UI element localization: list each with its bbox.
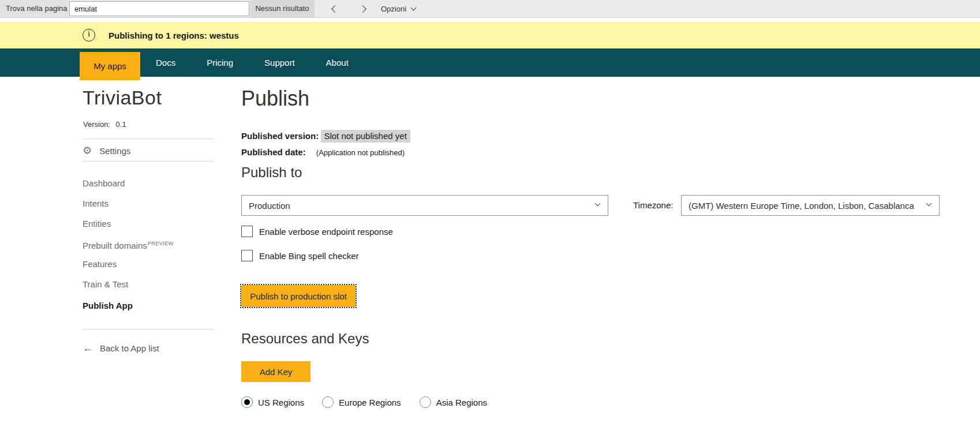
- publish-to-production-button[interactable]: Publish to production slot: [241, 285, 356, 307]
- sidebar-item-features[interactable]: Features: [83, 254, 214, 274]
- sidebar-item-prebuilt-domains[interactable]: Prebuilt domainsPREVIEW: [83, 234, 214, 254]
- page-title: Publish: [241, 87, 309, 111]
- nav-tab-support[interactable]: Support: [249, 48, 311, 77]
- us-regions-label: US Regions: [258, 398, 304, 407]
- slot-select-value: Production: [249, 201, 290, 211]
- verbose-endpoint-label: Enable verbose endpoint response: [259, 227, 393, 237]
- chevron-down-icon: [595, 201, 601, 207]
- asia-regions-label: Asia Regions: [436, 398, 487, 407]
- top-nav: My apps Docs Pricing Support About: [0, 48, 980, 77]
- chevron-down-icon: [411, 5, 417, 11]
- radio-unselected-icon[interactable]: [322, 396, 334, 408]
- find-options-button[interactable]: Opzioni: [375, 0, 421, 17]
- find-bar-label: Trova nella pagina: [0, 0, 69, 17]
- resources-keys-heading: Resources and Keys: [241, 331, 369, 347]
- timezone-label: Timezone:: [633, 195, 673, 216]
- published-version-value: Slot not published yet: [321, 130, 410, 143]
- find-status-badge: Nessun risultato: [250, 0, 315, 17]
- version-value: 0.1: [116, 120, 126, 129]
- bing-spell-checkbox[interactable]: [241, 250, 253, 261]
- chevron-down-icon: [926, 201, 932, 207]
- chevron-left-icon: [331, 5, 339, 13]
- chevron-right-icon: [359, 5, 366, 13]
- prebuilt-domains-label: Prebuilt domains: [83, 241, 147, 250]
- radio-us-regions[interactable]: US Regions: [241, 396, 304, 408]
- radio-europe-regions[interactable]: Europe Regions: [322, 396, 401, 408]
- settings-label: Settings: [99, 146, 130, 156]
- published-version-label: Published version:: [241, 131, 319, 141]
- nav-tab-my-apps[interactable]: My apps: [80, 52, 140, 80]
- version-label: Version:: [83, 120, 110, 129]
- timezone-select[interactable]: (GMT) Western Europe Time, London, Lisbo…: [681, 195, 940, 216]
- publish-to-heading: Publish to: [241, 164, 302, 181]
- sidebar-item-settings[interactable]: Settings: [83, 143, 130, 159]
- find-options-label: Opzioni: [381, 5, 406, 13]
- divider: [83, 329, 214, 329]
- sidebar-item-entities[interactable]: Entities: [83, 214, 214, 234]
- radio-selected-icon[interactable]: [241, 396, 253, 408]
- verbose-endpoint-checkbox-row[interactable]: Enable verbose endpoint response: [241, 226, 393, 237]
- published-date-label: Published date:: [241, 147, 306, 157]
- sidebar-item-publish-app[interactable]: Publish App: [83, 295, 214, 316]
- add-key-button[interactable]: Add Key: [241, 361, 311, 382]
- published-date-row: Published date: (Application not publish…: [241, 147, 405, 157]
- nav-tab-about[interactable]: About: [311, 48, 364, 77]
- info-icon: [83, 29, 95, 42]
- regions-radio-group: US Regions Europe Regions Asia Regions: [241, 396, 487, 408]
- publish-notice-banner: Publishing to 1 regions: westus: [0, 22, 980, 48]
- sidebar-menu: Dashboard Intents Entities Prebuilt doma…: [83, 173, 214, 316]
- back-link-label: Back to App list: [100, 343, 159, 353]
- find-next-button[interactable]: [350, 0, 375, 17]
- radio-unselected-icon[interactable]: [420, 396, 431, 408]
- slot-select[interactable]: Production: [241, 195, 608, 216]
- back-arrow-icon: [83, 342, 93, 354]
- divider: [83, 161, 214, 162]
- back-to-app-list-link[interactable]: Back to App list: [83, 342, 159, 354]
- find-input[interactable]: [69, 1, 249, 16]
- nav-tab-docs[interactable]: Docs: [140, 48, 191, 77]
- publish-notice-text: Publishing to 1 regions: westus: [109, 31, 239, 40]
- bing-spell-label: Enable Bing spell checker: [259, 251, 359, 261]
- gear-icon: [83, 144, 92, 157]
- preview-badge: PREVIEW: [148, 241, 174, 246]
- published-version-row: Published version: Slot not published ye…: [241, 131, 410, 141]
- nav-tab-pricing[interactable]: Pricing: [191, 48, 249, 77]
- find-bar: Trova nella pagina Nessun risultato Opzi…: [0, 0, 980, 18]
- timezone-select-value: (GMT) Western Europe Time, London, Lisbo…: [689, 201, 914, 211]
- divider: [83, 138, 214, 139]
- app-version: Version: 0.1: [83, 120, 126, 129]
- sidebar-item-train-test[interactable]: Train & Test: [83, 274, 214, 294]
- bing-spell-checkbox-row[interactable]: Enable Bing spell checker: [241, 250, 359, 261]
- find-previous-button[interactable]: [322, 0, 347, 17]
- europe-regions-label: Europe Regions: [339, 398, 401, 407]
- verbose-endpoint-checkbox[interactable]: [241, 226, 253, 237]
- radio-asia-regions[interactable]: Asia Regions: [420, 396, 487, 408]
- sidebar-item-dashboard[interactable]: Dashboard: [83, 173, 214, 193]
- app-name: TriviaBot: [83, 87, 162, 109]
- sidebar-item-intents[interactable]: Intents: [83, 193, 214, 214]
- published-date-value: (Application not published): [316, 148, 405, 157]
